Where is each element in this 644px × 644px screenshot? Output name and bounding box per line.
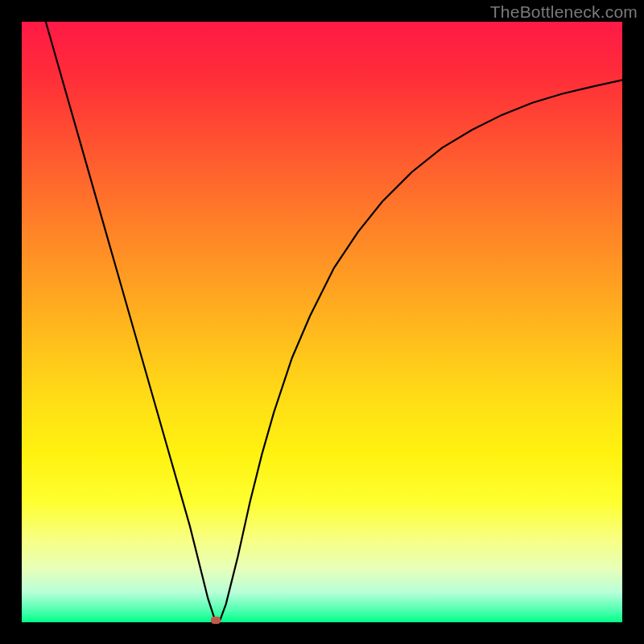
bottleneck-curve: [46, 22, 622, 622]
curve-layer: [22, 22, 622, 622]
watermark-text: TheBottleneck.com: [490, 2, 638, 22]
chart-frame: TheBottleneck.com: [0, 0, 644, 644]
optimal-marker: [211, 617, 221, 624]
